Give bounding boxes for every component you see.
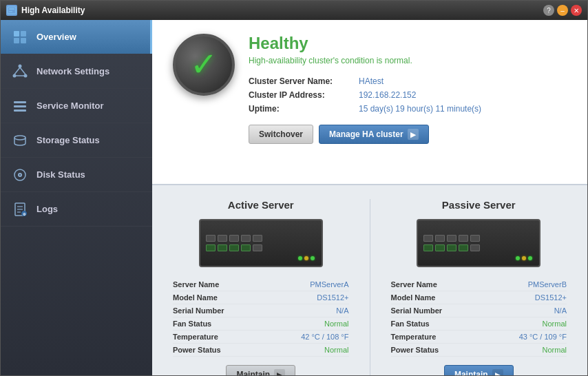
active-power-value: Normal: [324, 346, 348, 354]
check-mark-icon: ✓: [190, 48, 218, 81]
disk-icon: [10, 165, 30, 185]
manage-arrow-icon: ▶: [408, 129, 419, 140]
main-window: High Availability ? – ✕ Overview: [0, 0, 588, 376]
passive-fan-label: Fan Status: [391, 320, 430, 328]
drive-3: [229, 235, 239, 242]
drive-8: [229, 244, 239, 251]
svg-rect-3: [14, 31, 19, 36]
p-led-3: [528, 256, 532, 260]
sidebar-item-disk[interactable]: Disk Status: [1, 158, 152, 192]
server-divider: [370, 199, 370, 375]
servers-section: Active Server: [152, 185, 587, 375]
active-model-label: Model Name: [173, 293, 218, 302]
drive-2: [218, 235, 227, 242]
server-drives-row1: [206, 235, 316, 242]
passive-temp-label: Temperature: [391, 333, 437, 341]
drive-6: [206, 244, 216, 251]
p-drive-8: [447, 244, 456, 251]
sidebar-item-network-label: Network Settings: [36, 66, 109, 76]
sidebar: Overview Network Settings: [1, 20, 152, 375]
overview-section: ✓ Healthy High-availability cluster's co…: [152, 20, 587, 185]
active-maintain-arrow-icon: ▶: [274, 369, 285, 375]
passive-fan-row: Fan Status Normal: [391, 317, 567, 331]
manage-ha-label: Manage HA cluster: [329, 129, 403, 139]
window-title: High Availability: [21, 6, 85, 15]
active-serial-value: N/A: [336, 306, 348, 315]
active-fan-label: Fan Status: [173, 320, 211, 328]
svg-rect-5: [14, 38, 19, 43]
p-drive-9: [459, 244, 468, 251]
passive-fan-value: Normal: [543, 320, 567, 328]
service-icon: [10, 96, 30, 116]
active-name-value: PMServerA: [310, 280, 348, 289]
passive-model-row: Model Name DS1512+: [391, 291, 567, 304]
svg-point-7: [19, 64, 22, 67]
active-name-label: Server Name: [173, 280, 219, 289]
passive-power-value: Normal: [543, 346, 567, 354]
passive-model-label: Model Name: [391, 293, 436, 302]
svg-rect-6: [21, 38, 26, 43]
svg-rect-0: [8, 7, 16, 14]
passive-maintain-arrow-icon: ▶: [492, 369, 503, 375]
led-2: [304, 256, 308, 260]
drive-7: [218, 244, 227, 251]
sidebar-item-logs[interactable]: ⚙ Logs: [1, 192, 152, 227]
content-area: ✓ Healthy High-availability cluster's co…: [152, 20, 587, 375]
active-model-value: DS1512+: [317, 293, 348, 302]
active-serial-label: Serial Number: [173, 306, 224, 315]
minimize-button[interactable]: –: [557, 5, 568, 16]
p-drive-10: [470, 244, 480, 251]
cluster-name-row: Cluster Server Name: HAtest: [249, 76, 567, 86]
uptime-label: Uptime:: [249, 104, 359, 114]
close-button[interactable]: ✕: [571, 5, 582, 16]
p-led-1: [516, 256, 520, 260]
svg-rect-1: [9, 8, 14, 10]
top-content: ✓ Healthy High-availability cluster's co…: [173, 34, 567, 144]
app-icon: [6, 5, 17, 16]
main-layout: Overview Network Settings: [1, 20, 587, 375]
switchover-button[interactable]: Switchover: [249, 125, 313, 144]
network-icon: [10, 62, 30, 81]
p-drive-6: [423, 244, 433, 251]
active-server-panel: Active Server: [173, 199, 349, 375]
cluster-name-value: HAtest: [359, 76, 384, 86]
drive-9: [241, 244, 251, 251]
svg-line-11: [20, 67, 25, 74]
svg-point-19: [19, 174, 21, 176]
sidebar-item-overview[interactable]: Overview: [1, 20, 152, 54]
active-serial-row: Serial Number N/A: [173, 304, 349, 317]
svg-rect-4: [21, 31, 26, 36]
svg-point-16: [14, 136, 25, 140]
help-button[interactable]: ?: [543, 5, 554, 16]
active-temp-value: 42 °C / 108 °F: [301, 333, 348, 341]
sidebar-item-storage[interactable]: Storage Status: [1, 123, 152, 158]
active-temp-label: Temperature: [173, 333, 218, 341]
passive-name-value: PMServerB: [528, 280, 567, 289]
cluster-ip-value: 192.168.22.152: [359, 90, 416, 100]
passive-serial-row: Serial Number N/A: [391, 304, 567, 317]
manage-ha-button[interactable]: Manage HA cluster ▶: [319, 125, 429, 144]
passive-server-panel: Passive Server: [391, 199, 567, 375]
active-fan-row: Fan Status Normal: [173, 317, 349, 331]
p-drive-5: [470, 235, 480, 242]
title-bar-left: High Availability: [6, 5, 85, 16]
sidebar-item-network[interactable]: Network Settings: [1, 54, 152, 89]
active-fan-value: Normal: [324, 320, 348, 328]
cluster-ip-label: Cluster IP Address:: [249, 90, 359, 100]
p-drive-2: [435, 235, 445, 242]
sidebar-item-service[interactable]: Service Monitor: [1, 89, 152, 123]
drive-5: [253, 235, 262, 242]
p-drive-1: [423, 235, 433, 242]
passive-server-image: [417, 219, 540, 267]
uptime-row: Uptime: 15 day(s) 19 hour(s) 11 minute(s…: [249, 104, 567, 114]
passive-server-title: Passive Server: [442, 199, 516, 211]
passive-power-row: Power Status Normal: [391, 344, 567, 357]
status-indicator: ✓: [173, 34, 235, 96]
passive-serial-label: Serial Number: [391, 306, 443, 315]
active-maintain-button[interactable]: Maintain ▶: [226, 365, 295, 375]
drive-4: [241, 235, 251, 242]
passive-maintain-button[interactable]: Maintain ▶: [444, 365, 514, 375]
active-power-row: Power Status Normal: [173, 344, 349, 357]
svg-rect-2: [9, 11, 12, 12]
cluster-ip-row: Cluster IP Address: 192.168.22.152: [249, 90, 567, 100]
